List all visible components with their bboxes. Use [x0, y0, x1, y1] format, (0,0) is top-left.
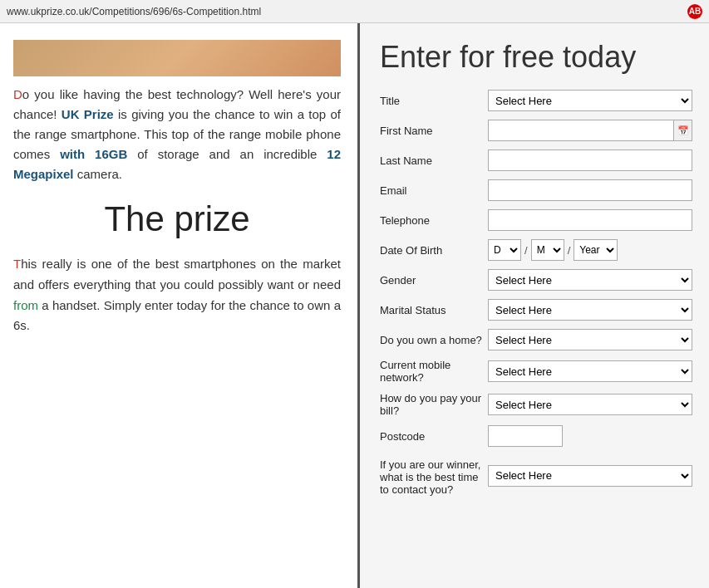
title-select[interactable]: Select Here Mr Mrs Miss Ms Dr [488, 90, 692, 111]
marital-row: Marital Status Select Here Single Marrie… [380, 299, 692, 321]
first-name-label: First Name [380, 125, 488, 137]
first-name-wrapper: 📅 [488, 120, 692, 141]
telephone-input[interactable] [488, 209, 692, 231]
own-home-label: Do you own a home? [380, 334, 488, 346]
url-bar[interactable]: www.ukprize.co.uk/Competitions/696/6s-Co… [7, 6, 681, 17]
left-panel: Do you like having the best technology? … [0, 23, 357, 588]
contact-time-label: If you are our winner, what is the best … [380, 455, 488, 496]
postcode-input[interactable] [488, 425, 563, 447]
form-title: Enter for free today [380, 40, 692, 75]
page-wrapper: Do you like having the best technology? … [0, 23, 709, 588]
marital-label: Marital Status [380, 304, 488, 316]
dob-day-select[interactable]: D 1234 5678 9101112 13141516 17181920 21… [488, 239, 521, 261]
hero-image [13, 40, 341, 76]
email-row: Email [380, 179, 692, 201]
intro-text: Do you like having the best technology? … [13, 85, 341, 184]
own-home-row: Do you own a home? Select Here Yes No [380, 329, 692, 350]
title-label: Title [380, 95, 488, 107]
dob-sep-2: / [568, 244, 571, 257]
last-name-label: Last Name [380, 154, 488, 167]
mobile-network-row: Current mobile network? Select Here EE O… [380, 359, 692, 384]
contact-time-row: If you are our winner, what is the best … [380, 455, 692, 496]
mobile-network-label: Current mobile network? [380, 359, 488, 384]
dob-wrapper: D 1234 5678 9101112 13141516 17181920 21… [488, 239, 692, 261]
dob-sep-1: / [524, 244, 528, 257]
prize-heading: The prize [13, 199, 341, 239]
dob-month-select[interactable]: M 1234 5678 9101112 [531, 239, 564, 261]
own-home-select[interactable]: Select Here Yes No [488, 329, 692, 350]
gender-select[interactable]: Select Here Male Female Other [488, 269, 692, 291]
email-label: Email [380, 184, 488, 197]
gender-label: Gender [380, 274, 488, 287]
dob-year-select[interactable]: Year 2000199919981997 1996199519901985 1… [574, 239, 618, 261]
contact-time-select[interactable]: Select Here Morning Afternoon Evening [488, 465, 692, 487]
bill-row: How do you pay your bill? Select Here Mo… [380, 392, 692, 417]
first-name-input[interactable] [488, 120, 674, 141]
first-name-row: First Name 📅 [380, 120, 692, 141]
gender-row: Gender Select Here Male Female Other [380, 269, 692, 291]
mobile-network-select[interactable]: Select Here EE O2 Vodafone Three Sky Mob… [488, 360, 692, 382]
telephone-row: Telephone [380, 209, 692, 231]
last-name-input[interactable] [488, 149, 692, 171]
postcode-row: Postcode [380, 425, 692, 447]
browser-bar: www.ukprize.co.uk/Competitions/696/6s-Co… [0, 0, 709, 23]
telephone-label: Telephone [380, 214, 488, 227]
adblock-badge: AB [687, 4, 702, 19]
prize-text: This really is one of the best smartphon… [13, 254, 341, 336]
calendar-icon: 📅 [674, 120, 692, 141]
dob-row: Date Of Birth D 1234 5678 9101112 131415… [380, 239, 692, 261]
marital-select[interactable]: Select Here Single Married Divorced Wido… [488, 299, 692, 321]
title-row: Title Select Here Mr Mrs Miss Ms Dr [380, 90, 692, 111]
bill-select[interactable]: Select Here Monthly Contract Pay As You … [488, 394, 692, 415]
last-name-row: Last Name [380, 149, 692, 171]
bill-label: How do you pay your bill? [380, 392, 488, 417]
right-panel: Enter for free today Title Select Here M… [357, 23, 709, 588]
postcode-label: Postcode [380, 430, 488, 443]
email-input[interactable] [488, 179, 692, 201]
dob-label: Date Of Birth [380, 244, 488, 257]
